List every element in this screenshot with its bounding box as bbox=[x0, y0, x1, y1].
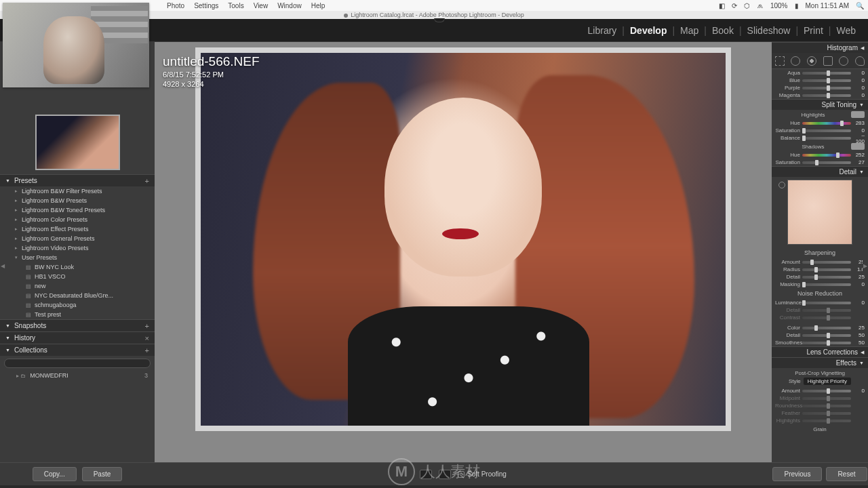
slider-track[interactable] bbox=[802, 87, 851, 89]
slider-value[interactable]: 25 bbox=[851, 274, 865, 280]
soft-proofing-checkbox[interactable] bbox=[458, 471, 465, 478]
slider-value[interactable]: 252 bbox=[851, 152, 865, 158]
module-slideshow[interactable]: Slideshow bbox=[747, 25, 791, 36]
preset-folder[interactable]: Lightroom Color Presets bbox=[0, 215, 155, 224]
collections-header[interactable]: ▼Collections+ bbox=[0, 344, 155, 356]
effects-header[interactable]: Effects▼ bbox=[772, 357, 868, 368]
add-snapshot-icon[interactable]: + bbox=[145, 322, 149, 330]
menu-view[interactable]: View bbox=[254, 2, 269, 9]
loupe-view-icon[interactable] bbox=[420, 470, 432, 479]
radial-filter-tool-icon[interactable] bbox=[839, 56, 848, 66]
slider-value[interactable]: 0 bbox=[851, 388, 865, 394]
slider-value[interactable]: 25 bbox=[851, 325, 865, 331]
module-book[interactable]: Book bbox=[712, 25, 734, 36]
slider-track[interactable] bbox=[802, 129, 851, 132]
loupe-view[interactable]: untitled-566.NEF 6/8/15 7:52:52 PM 4928 … bbox=[155, 42, 772, 462]
collections-search-input[interactable] bbox=[4, 359, 151, 368]
add-preset-icon[interactable]: + bbox=[145, 177, 149, 185]
preset-folder-user[interactable]: User Presets bbox=[0, 253, 155, 262]
module-print[interactable]: Print bbox=[804, 25, 823, 36]
clear-history-icon[interactable]: × bbox=[145, 334, 149, 342]
slider-track[interactable] bbox=[802, 122, 851, 125]
slider-track[interactable] bbox=[802, 302, 851, 304]
slider-track[interactable] bbox=[802, 412, 851, 415]
preset-folder[interactable]: Lightroom B&W Presets bbox=[0, 196, 155, 205]
preset-item[interactable]: BW NYC Look bbox=[0, 262, 155, 272]
navigator-thumbnail[interactable] bbox=[35, 115, 120, 170]
slider-track[interactable] bbox=[802, 397, 851, 400]
slider-value[interactable]: 0 bbox=[851, 281, 865, 287]
preset-item[interactable]: NYC Desaturated Blue/Gre... bbox=[0, 291, 155, 300]
collection-item[interactable]: MONWEDFRI 3 bbox=[0, 371, 155, 380]
history-header[interactable]: ▼History× bbox=[0, 331, 155, 344]
panel-toggle-top[interactable] bbox=[434, 18, 445, 22]
shadows-swatch[interactable] bbox=[851, 143, 865, 150]
slider-value[interactable]: 283 bbox=[851, 120, 865, 126]
preset-folder[interactable]: Lightroom General Presets bbox=[0, 234, 155, 243]
slider-track[interactable] bbox=[802, 405, 851, 407]
vignette-style-select[interactable]: Highlight Priority bbox=[804, 378, 851, 385]
highlights-swatch[interactable] bbox=[851, 111, 865, 118]
histogram-header[interactable]: Histogram◀ bbox=[772, 42, 868, 53]
module-library[interactable]: Library bbox=[588, 25, 617, 36]
slider-track[interactable] bbox=[802, 327, 851, 329]
slider-track[interactable] bbox=[802, 268, 851, 271]
slider-track[interactable] bbox=[802, 390, 851, 392]
copy-button[interactable]: Copy... bbox=[33, 467, 77, 481]
module-map[interactable]: Map bbox=[680, 25, 698, 36]
menu-photo[interactable]: Photo bbox=[167, 2, 184, 9]
photo-preview[interactable] bbox=[201, 53, 726, 426]
slider-track[interactable] bbox=[802, 72, 851, 75]
detail-preview[interactable] bbox=[787, 180, 852, 245]
slider-value[interactable]: 0 bbox=[851, 70, 865, 76]
preset-folder[interactable]: Lightroom B&W Toned Presets bbox=[0, 205, 155, 215]
slider-value[interactable]: 0 bbox=[851, 300, 865, 306]
crop-tool-icon[interactable] bbox=[775, 56, 785, 66]
slider-value[interactable]: 0 bbox=[851, 92, 865, 98]
preset-folder[interactable]: Lightroom Effect Presets bbox=[0, 224, 155, 234]
detail-header[interactable]: Detail▼ bbox=[772, 166, 868, 177]
slider-track[interactable] bbox=[802, 161, 851, 164]
slider-value[interactable]: 27 bbox=[851, 159, 865, 165]
menu-window[interactable]: Window bbox=[277, 2, 302, 9]
preset-item[interactable]: HB1 VSCO bbox=[0, 272, 155, 281]
preset-item[interactable]: schmugabooga bbox=[0, 300, 155, 310]
slider-value[interactable]: 0 bbox=[851, 77, 865, 83]
slider-value[interactable]: 0 bbox=[851, 85, 865, 91]
paste-button[interactable]: Paste bbox=[82, 467, 123, 481]
preset-folder[interactable]: Lightroom B&W Filter Presets bbox=[0, 186, 155, 196]
slider-value[interactable]: 50 bbox=[851, 332, 865, 338]
slider-track[interactable] bbox=[802, 137, 851, 140]
menu-help[interactable]: Help bbox=[311, 2, 326, 9]
redeye-tool-icon[interactable] bbox=[807, 56, 816, 66]
preset-item[interactable]: new bbox=[0, 281, 155, 291]
slider-value[interactable]: 50 bbox=[851, 340, 865, 346]
detail-picker-icon[interactable] bbox=[778, 182, 785, 188]
spotlight-icon[interactable]: 🔍 bbox=[856, 2, 864, 9]
slider-track[interactable] bbox=[802, 309, 851, 312]
reset-button[interactable]: Reset bbox=[826, 467, 867, 481]
slider-track[interactable] bbox=[802, 420, 851, 422]
snapshots-header[interactable]: ▼Snapshots+ bbox=[0, 319, 155, 331]
slider-track[interactable] bbox=[802, 276, 851, 279]
preset-item[interactable]: Test prest bbox=[0, 310, 155, 319]
slider-track[interactable] bbox=[802, 317, 851, 319]
preset-folder[interactable]: Lightroom Video Presets bbox=[0, 243, 155, 253]
adjustment-brush-tool-icon[interactable] bbox=[855, 56, 865, 66]
slider-track[interactable] bbox=[802, 334, 851, 337]
slider-track[interactable] bbox=[802, 283, 851, 286]
graduated-filter-tool-icon[interactable] bbox=[823, 56, 833, 66]
menu-tools[interactable]: Tools bbox=[228, 2, 243, 9]
slider-track[interactable] bbox=[802, 154, 851, 157]
presets-header[interactable]: ▼Presets+ bbox=[0, 174, 155, 186]
add-collection-icon[interactable]: + bbox=[145, 346, 149, 354]
slider-track[interactable] bbox=[802, 79, 851, 82]
slider-track[interactable] bbox=[802, 261, 851, 264]
spot-removal-tool-icon[interactable] bbox=[791, 56, 800, 66]
module-web[interactable]: Web bbox=[836, 25, 856, 36]
panel-toggle-right[interactable]: ▶ bbox=[863, 259, 868, 272]
menu-settings[interactable]: Settings bbox=[194, 2, 218, 9]
panel-toggle-left[interactable]: ◀ bbox=[0, 259, 5, 272]
module-develop[interactable]: Develop bbox=[630, 25, 667, 36]
slider-track[interactable] bbox=[802, 342, 851, 344]
